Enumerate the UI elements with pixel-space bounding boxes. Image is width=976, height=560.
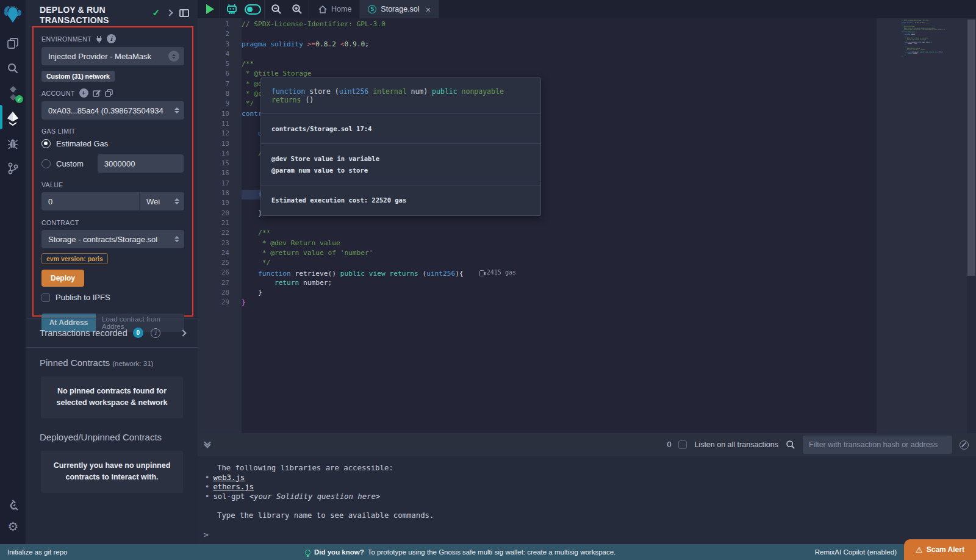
chevron-right-icon[interactable] xyxy=(166,9,173,16)
tab-home[interactable]: Home xyxy=(310,0,360,18)
minimap-content: // SPDX-License-Identifier: GPL-3.0pragm… xyxy=(902,20,945,57)
line-number: 6 xyxy=(198,69,242,79)
hover-tooltip: function store (uint256 internal num) pu… xyxy=(260,77,541,216)
copilot-toggle[interactable] xyxy=(242,0,263,18)
line-number: 26 xyxy=(198,268,242,278)
copy-account-icon[interactable] xyxy=(105,89,113,97)
active-plugin-indicator xyxy=(0,105,2,129)
settings-icon[interactable]: ⚙ xyxy=(5,519,21,534)
terminal-filter-input[interactable]: Filter with transaction hash or address xyxy=(803,436,952,454)
transactions-info-icon[interactable]: i xyxy=(151,328,160,338)
code-line[interactable]: /** xyxy=(242,228,877,238)
clear-console-icon[interactable] xyxy=(960,440,969,450)
terminal-header: 0 Listen on all transactions Filter with… xyxy=(198,433,976,456)
select-arrows-icon xyxy=(174,107,179,113)
remix-logo[interactable] xyxy=(3,4,23,24)
terminal[interactable]: The following libraries are accessible:•… xyxy=(198,456,976,544)
line-number: 17 xyxy=(198,179,242,188)
editor-scrollbar[interactable] xyxy=(967,18,976,433)
line-number: 15 xyxy=(198,159,242,168)
line-number: 11 xyxy=(198,119,242,129)
line-number: 10 xyxy=(198,109,242,119)
publish-ipfs-label: Publish to IPFS xyxy=(56,293,110,302)
select-arrows-icon xyxy=(174,198,179,204)
code-line[interactable]: function retrieve() public view returns … xyxy=(242,268,877,278)
tooltip-gas-cost: Estimated execution cost: 22520 gas xyxy=(261,185,540,215)
code-line[interactable]: */ xyxy=(242,258,877,268)
scam-alert-button[interactable]: ⚠ Scam Alert xyxy=(904,539,976,560)
value-unit-select[interactable]: Wei xyxy=(139,192,184,210)
remix-ai-button[interactable] xyxy=(221,0,242,18)
terminal-line: •ethers.js xyxy=(198,483,976,492)
terminal-line: •web3.js xyxy=(198,473,976,483)
transactions-recorded-label: Transactions recorded xyxy=(40,328,127,338)
contract-select[interactable]: Storage - contracts/Storage.sol xyxy=(41,230,184,248)
line-number: 29 xyxy=(198,298,242,307)
environment-select[interactable]: Injected Provider - MetaMask xyxy=(41,47,184,65)
zoom-in-button[interactable] xyxy=(287,0,307,18)
collapse-terminal-icon[interactable] xyxy=(205,442,210,447)
code-editor[interactable]: 1234567891011121314151617181920212223242… xyxy=(198,18,976,433)
line-number: 9 xyxy=(198,99,242,109)
terminal-line: The following libraries are accessible: xyxy=(198,464,976,473)
deploy-module-highlight: ENVIRONMENT i Injected Provider - MetaMa… xyxy=(32,26,193,317)
zoom-in-icon xyxy=(292,4,303,15)
code-line[interactable] xyxy=(242,218,877,228)
solidity-compiler-icon[interactable]: ✓ xyxy=(5,85,21,101)
deploy-run-panel: DEPLOY & RUN TRANSACTIONS ✓ ENVIRONMENT … xyxy=(26,0,198,544)
tab-storage-sol[interactable]: S Storage.sol × xyxy=(360,0,439,18)
terminal-search-icon[interactable] xyxy=(786,440,795,450)
deploy-button[interactable]: Deploy xyxy=(41,270,84,287)
plugin-manager-icon[interactable] xyxy=(5,497,21,512)
search-icon[interactable] xyxy=(5,60,21,76)
toggle-icon xyxy=(245,4,261,15)
zoom-out-button[interactable] xyxy=(266,0,287,18)
code-line[interactable]: * @dev Return value xyxy=(242,239,877,248)
git-icon[interactable] xyxy=(5,160,21,176)
icon-bar: ✓ ⚙ xyxy=(0,0,26,544)
minimap[interactable]: // SPDX-License-Identifier: GPL-3.0pragm… xyxy=(877,18,967,433)
pinned-empty-message: No pinned contracts found for selected w… xyxy=(41,376,183,418)
terminal-prompt[interactable]: > xyxy=(204,530,209,539)
value-input[interactable]: 0 xyxy=(41,192,139,210)
transactions-count-badge: 0 xyxy=(133,328,143,338)
debugger-icon[interactable] xyxy=(5,135,21,151)
publish-ipfs-checkbox[interactable] xyxy=(41,293,50,302)
status-bar: Initialize as git repo Did you know? To … xyxy=(0,544,976,560)
deploy-run-icon[interactable] xyxy=(5,110,21,126)
edit-account-icon[interactable] xyxy=(93,89,101,97)
transactions-recorded-row[interactable]: Transactions recorded 0 i xyxy=(26,318,198,348)
copilot-status[interactable]: RemixAI Copilot (enabled) xyxy=(815,548,897,556)
code-line[interactable]: pragma solidity >=0.8.2 <0.9.0; xyxy=(242,40,877,49)
estimated-gas-radio[interactable] xyxy=(41,139,51,148)
close-tab-icon[interactable]: × xyxy=(426,4,431,15)
code-line[interactable]: } xyxy=(242,288,877,298)
git-init-button[interactable]: Initialize as git repo xyxy=(0,548,67,556)
file-explorer-icon[interactable] xyxy=(5,35,21,51)
code-line[interactable]: * @return value of 'number' xyxy=(242,248,877,258)
transaction-count: 0 xyxy=(667,440,671,449)
custom-gas-input[interactable]: 3000000 xyxy=(98,154,184,173)
code-line[interactable] xyxy=(242,49,877,59)
line-number: 23 xyxy=(198,239,242,248)
custom-gas-radio[interactable] xyxy=(41,159,51,168)
scrollbar-thumb[interactable] xyxy=(967,20,975,276)
tooltip-path: contracts/Storage.sol 17:4 xyxy=(261,114,540,144)
tooltip-doc: @dev Store value in variable@param num v… xyxy=(261,144,540,185)
code-line[interactable] xyxy=(242,29,877,39)
environment-info-icon[interactable]: i xyxy=(107,34,116,43)
run-script-button[interactable] xyxy=(198,0,218,18)
pin-panel-icon[interactable] xyxy=(179,9,189,17)
code-line[interactable]: /** xyxy=(242,59,877,69)
account-select[interactable]: 0xA03...85ac4 (0.398673504934 xyxy=(41,101,184,120)
select-arrows-icon xyxy=(174,236,179,242)
solidity-file-icon: S xyxy=(368,5,376,13)
code-line[interactable]: } xyxy=(242,298,877,307)
transactions-expand-icon[interactable] xyxy=(179,329,186,336)
play-icon xyxy=(206,4,214,14)
listen-transactions-checkbox[interactable] xyxy=(678,440,687,449)
add-account-icon[interactable]: + xyxy=(79,88,88,98)
code-line[interactable]: return number; xyxy=(242,278,877,288)
code-line[interactable]: // SPDX-License-Identifier: GPL-3.0 xyxy=(242,20,877,29)
line-number: 28 xyxy=(198,288,242,298)
